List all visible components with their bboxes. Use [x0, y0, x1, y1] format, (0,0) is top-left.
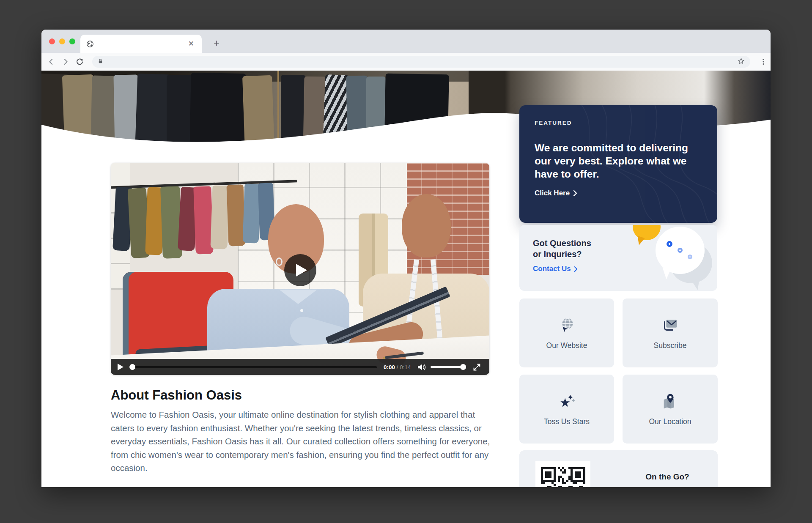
volume-slider[interactable]: [431, 364, 466, 370]
on-the-go-card: On the Go?: [519, 450, 718, 487]
qr-code: [535, 461, 590, 487]
our-location-card[interactable]: Our Location: [623, 375, 718, 444]
toss-us-stars-card[interactable]: Toss Us Stars: [519, 375, 614, 444]
zoom-window-button[interactable]: [69, 38, 75, 44]
quick-link-label: Subscribe: [654, 341, 687, 350]
time-display: 0:00 / 0:14: [384, 364, 411, 370]
inquiries-title: Got Questions or Inquries?: [533, 238, 591, 260]
about-paragraph: Welcome to Fashion Oasis, your ultimate …: [111, 408, 495, 475]
fullscreen-icon[interactable]: [473, 363, 481, 371]
globe-cursor-icon: [557, 316, 576, 335]
bookmark-star-icon[interactable]: [737, 57, 745, 67]
about-heading: About Fashion Oasis: [111, 388, 242, 403]
chevron-right-icon: [573, 190, 577, 197]
play-icon: [118, 364, 123, 370]
quick-link-label: Our Website: [546, 341, 587, 350]
our-website-card[interactable]: Our Website: [519, 298, 614, 367]
envelope-icon: [661, 316, 680, 335]
play-button[interactable]: [118, 364, 123, 370]
volume-icon[interactable]: [418, 364, 426, 371]
click-here-link[interactable]: Click Here: [535, 189, 577, 197]
video-player: 0:00 / 0:14: [111, 163, 489, 375]
inquiries-card: Got Questions or Inquries? Contact Us: [519, 225, 717, 291]
volume-handle[interactable]: [460, 364, 466, 370]
address-bar[interactable]: [92, 56, 750, 68]
quick-link-label: Toss Us Stars: [544, 417, 590, 426]
featured-eyebrow: FEATURED: [535, 120, 702, 126]
globe-favicon-icon: [86, 40, 94, 48]
quick-link-label: Our Location: [649, 417, 691, 426]
subscribe-card[interactable]: Subscribe: [623, 298, 718, 367]
forward-button[interactable]: [58, 55, 73, 69]
play-button-overlay[interactable]: [284, 254, 316, 286]
video-controls: 0:00 / 0:14: [111, 359, 489, 375]
featured-card: FEATURED We are committed to delivering …: [519, 105, 717, 223]
typing-dot: [678, 248, 683, 253]
contact-us-link[interactable]: Contact Us: [533, 265, 578, 273]
star-sparkles-icon: [557, 392, 576, 411]
typing-dot: [667, 241, 672, 247]
new-tab-button[interactable]: +: [210, 36, 223, 50]
browser-tab[interactable]: ✕: [80, 35, 202, 53]
chevron-right-icon: [574, 266, 578, 272]
lock-icon: [97, 58, 104, 66]
play-icon: [296, 264, 307, 277]
browser-menu-icon[interactable]: [756, 55, 771, 69]
browser-toolbar: [41, 53, 771, 71]
reload-button[interactable]: [73, 55, 87, 69]
seek-handle[interactable]: [129, 364, 135, 370]
featured-headline: We are committed to delivering our very …: [535, 141, 702, 181]
white-speech-bubble: [656, 227, 705, 274]
minimize-window-button[interactable]: [59, 38, 65, 44]
browser-tab-strip: ✕ +: [41, 30, 771, 53]
back-button[interactable]: [44, 55, 58, 69]
on-the-go-title: On the Go?: [625, 472, 710, 482]
typing-dot: [688, 255, 692, 259]
speech-bubbles-illustration: [630, 225, 710, 291]
seek-bar[interactable]: [129, 364, 377, 370]
page-content: FEATURED We are committed to delivering …: [41, 71, 771, 487]
close-tab-icon[interactable]: ✕: [187, 39, 196, 48]
yellow-speech-bubble: [633, 225, 661, 240]
browser-window: ✕ +: [41, 30, 771, 487]
map-pin-icon: [661, 392, 680, 411]
desktop-background: ✕ +: [0, 0, 812, 523]
close-window-button[interactable]: [49, 38, 55, 44]
